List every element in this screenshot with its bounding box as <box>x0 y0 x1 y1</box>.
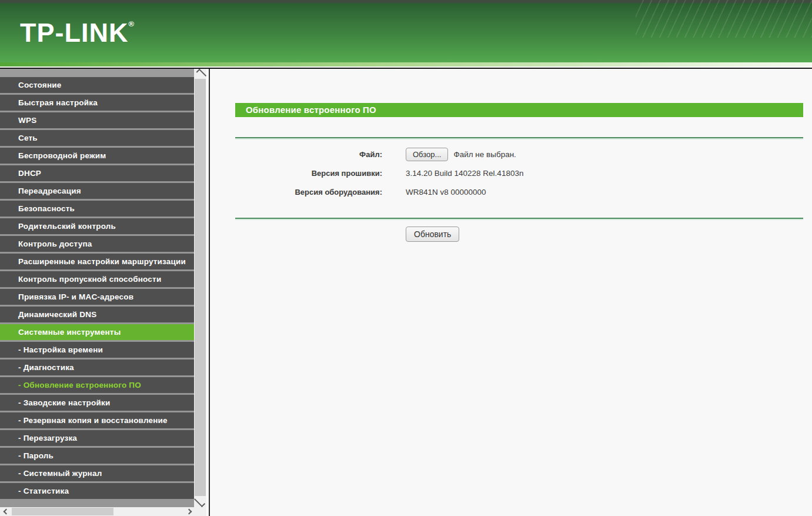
sidebar-item-label: Безопасность <box>18 204 75 213</box>
sidebar-item-label: - Резервная копия и восстановление <box>18 416 168 425</box>
registered-trademark-icon: ® <box>128 19 134 28</box>
sidebar-item-label: Расширенные настройки маршрутизации <box>18 257 186 266</box>
sidebar-item-network[interactable]: Сеть <box>0 130 194 146</box>
chevron-down-icon <box>194 496 205 507</box>
sidebar-item-label: - Статистика <box>18 487 69 495</box>
sidebar-item-label: Системные инструменты <box>18 328 121 337</box>
sidebar-item-system-tools[interactable]: Системные инструменты <box>0 324 194 340</box>
sidebar-item-quick-setup[interactable]: Быстрая настройка <box>0 95 194 111</box>
sidebar-item-label: - Перезагрузка <box>18 434 77 442</box>
sidebar-item-backup-restore[interactable]: - Резервная копия и восстановление <box>0 412 194 428</box>
firmware-version-row: Версия прошивки: 3.14.20 Build 140228 Re… <box>210 164 812 182</box>
main-content: Обновление встроенного ПО Файл: Обзор...… <box>210 69 812 516</box>
sidebar-item-label: - Диагностика <box>18 363 74 372</box>
hardware-version-value: WR841N v8 00000000 <box>406 188 486 197</box>
app-header: TP-LINK® <box>0 0 812 62</box>
sidebar-item-dhcp[interactable]: DHCP <box>0 165 194 181</box>
sidebar: СостояниеБыстрая настройкаWPSСетьБеспров… <box>0 69 210 516</box>
firmware-upgrade-form: Файл: Обзор... Файл не выбран. Версия пр… <box>210 145 812 201</box>
file-row: Файл: Обзор... Файл не выбран. <box>210 145 812 164</box>
vertical-scrollbar-thumb[interactable] <box>195 79 206 496</box>
sidebar-menu-column: СостояниеБыстрая настройкаWPSСетьБеспров… <box>0 69 194 507</box>
scrollbar-corner <box>194 507 206 516</box>
sidebar-item-wps[interactable]: WPS <box>0 112 194 128</box>
sidebar-item-label: Быстрая настройка <box>18 98 98 107</box>
file-label: Файл: <box>210 150 382 159</box>
sidebar-horizontal-scrollbar[interactable] <box>0 507 194 516</box>
sidebar-item-password[interactable]: - Пароль <box>0 448 194 464</box>
sidebar-menu: СостояниеБыстрая настройкаWPSСетьБеспров… <box>0 77 194 499</box>
chevron-right-icon <box>186 509 192 515</box>
sidebar-top-strip <box>0 69 194 77</box>
sidebar-item-label: Динамический DNS <box>18 310 96 319</box>
sidebar-item-label: Сеть <box>18 134 38 142</box>
sidebar-item-dynamic-dns[interactable]: Динамический DNS <box>0 307 194 322</box>
sidebar-item-label: - Заводские настройки <box>18 398 110 407</box>
sidebar-item-wireless[interactable]: Беспроводной режим <box>0 148 194 164</box>
sidebar-item-system-log[interactable]: - Системный журнал <box>0 465 194 481</box>
section-separator-top <box>235 137 803 139</box>
sidebar-item-reboot[interactable]: - Перезагрузка <box>0 430 194 446</box>
sidebar-item-label: DHCP <box>18 169 41 178</box>
chevron-up-icon <box>196 69 206 79</box>
sidebar-item-parental-control[interactable]: Родительский контроль <box>0 218 194 234</box>
page-title: Обновление встроенного ПО <box>235 103 803 117</box>
hardware-version-label: Версия оборудования: <box>210 188 382 197</box>
scroll-up-button[interactable] <box>194 69 206 79</box>
sidebar-item-label: Переадресация <box>18 187 81 195</box>
sidebar-item-ip-mac-binding[interactable]: Привязка IP- и MAC-адресов <box>0 289 194 305</box>
tplink-logo-text: TP-LINK <box>20 18 128 48</box>
header-stripes-decoration <box>636 0 812 38</box>
scroll-right-button[interactable] <box>183 507 194 516</box>
sidebar-item-label: Беспроводной режим <box>18 151 106 160</box>
sidebar-item-advanced-routing[interactable]: Расширенные настройки маршрутизации <box>0 254 194 269</box>
sidebar-item-forwarding[interactable]: Переадресация <box>0 183 194 199</box>
sidebar-item-bandwidth-control[interactable]: Контроль пропускной способности <box>0 271 194 287</box>
file-status: Файл не выбран. <box>453 150 516 159</box>
sidebar-item-status[interactable]: Состояние <box>0 77 194 93</box>
firmware-version-label: Версия прошивки: <box>210 169 382 178</box>
sidebar-item-statistics[interactable]: - Статистика <box>0 483 194 499</box>
sidebar-vertical-scrollbar[interactable] <box>194 69 206 507</box>
sidebar-item-label: Состояние <box>18 81 61 89</box>
sidebar-item-label: Контроль пропускной способности <box>18 275 161 284</box>
hardware-version-row: Версия оборудования: WR841N v8 00000000 <box>210 182 812 201</box>
horizontal-scrollbar-thumb[interactable] <box>12 508 113 515</box>
sidebar-item-label: - Пароль <box>18 451 54 460</box>
scroll-left-button[interactable] <box>0 507 12 516</box>
sidebar-item-label: Привязка IP- и MAC-адресов <box>18 292 133 301</box>
scroll-down-button[interactable] <box>194 496 206 507</box>
header-accent-strip <box>0 62 812 66</box>
upgrade-button[interactable]: Обновить <box>406 227 459 242</box>
sidebar-divider <box>209 69 210 516</box>
chevron-left-icon <box>3 509 9 515</box>
sidebar-item-label: - Настройка времени <box>18 345 103 354</box>
sidebar-item-factory-defaults[interactable]: - Заводские настройки <box>0 395 194 411</box>
page-layout: СостояниеБыстрая настройкаWPSСетьБеспров… <box>0 69 812 516</box>
tplink-logo: TP-LINK® <box>20 19 134 46</box>
firmware-version-value: 3.14.20 Build 140228 Rel.41803n <box>406 169 523 178</box>
sidebar-item-diagnostic[interactable]: - Диагностика <box>0 359 194 375</box>
sidebar-item-label: - Системный журнал <box>18 469 102 478</box>
sidebar-item-firmware-upgrade[interactable]: - Обновление встроенного ПО <box>0 377 194 393</box>
sidebar-item-access-control[interactable]: Контроль доступа <box>0 236 194 252</box>
sidebar-item-security[interactable]: Безопасность <box>0 201 194 217</box>
sidebar-item-label: Контроль доступа <box>18 239 92 248</box>
section-separator-bottom <box>235 218 803 220</box>
sidebar-item-time-settings[interactable]: - Настройка времени <box>0 342 194 358</box>
sidebar-item-label: Родительский контроль <box>18 222 116 231</box>
sidebar-item-label: WPS <box>18 116 36 125</box>
sidebar-item-label: - Обновление встроенного ПО <box>18 381 141 390</box>
browse-button[interactable]: Обзор... <box>406 148 448 161</box>
